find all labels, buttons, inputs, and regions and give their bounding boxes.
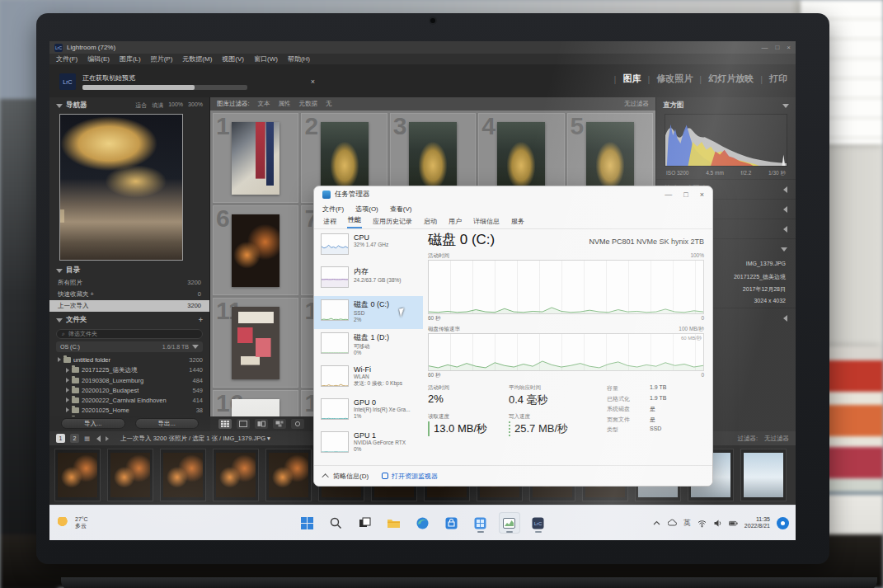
expand-triangle-icon[interactable] xyxy=(66,388,69,393)
module-tab[interactable]: 修改照片 xyxy=(656,73,693,85)
battery-icon[interactable] xyxy=(729,519,738,528)
add-folder-button[interactable]: + xyxy=(199,316,203,324)
photo-thumbnail[interactable] xyxy=(497,122,545,195)
progress-close-icon[interactable]: × xyxy=(311,78,315,86)
maximize-button[interactable]: □ xyxy=(775,44,779,51)
grid-view-button[interactable] xyxy=(218,419,232,429)
metadata-value[interactable]: 2017年12月28日 xyxy=(743,285,786,294)
tray-chevron-icon[interactable] xyxy=(652,519,661,528)
filter-option[interactable]: 元数据 xyxy=(299,100,318,108)
catalog-row[interactable]: 快速收藏夹 + 0 xyxy=(49,289,209,300)
zoom-option[interactable]: 100% xyxy=(168,101,183,110)
metadata-value[interactable]: IMG_1379.JPG xyxy=(746,261,786,269)
minimize-button[interactable]: — xyxy=(665,191,672,199)
task-manager-taskbar-button[interactable] xyxy=(499,512,520,534)
tab[interactable]: 应用历史记录 xyxy=(372,215,413,228)
filmstrip-filter-preset[interactable]: 无过滤器 xyxy=(764,435,789,443)
filter-option[interactable]: 属性 xyxy=(279,100,291,108)
filmstrip-thumbnail[interactable] xyxy=(54,449,101,501)
catalog-row[interactable]: 上一次导入 3200 xyxy=(49,300,209,312)
sidebar-device-item[interactable]: 磁盘 1 (D:) 可移动 0% xyxy=(314,329,423,362)
menu-item[interactable]: 窗口(W) xyxy=(254,54,278,64)
sidebar-device-item[interactable]: GPU 0 Intel(R) Iris(R) Xe Gra... 1% xyxy=(314,395,423,428)
minimize-button[interactable]: — xyxy=(761,44,768,51)
forward-arrow-icon[interactable] xyxy=(106,436,109,441)
tab[interactable]: 启动 xyxy=(423,215,438,228)
filmstrip-status[interactable]: 上一次导入 3200 张照片 / 选定 1 张 / IMG_1379.JPG ▾ xyxy=(120,435,270,443)
folder-row[interactable]: 20200120_Budapest 549 xyxy=(49,385,209,395)
navigator-header[interactable]: 导航器 适合填满100%300% xyxy=(49,97,209,112)
survey-view-button[interactable] xyxy=(273,419,286,429)
start-button[interactable] xyxy=(297,512,318,534)
filmstrip-thumbnail[interactable] xyxy=(265,449,312,501)
menu-item[interactable]: 元数据(M) xyxy=(182,54,212,64)
zoom-option[interactable]: 300% xyxy=(188,101,203,110)
primary-monitor-button[interactable]: 1 xyxy=(56,434,65,443)
close-button[interactable]: × xyxy=(700,191,704,199)
photo-thumbnail[interactable] xyxy=(232,214,279,287)
photo-thumbnail[interactable] xyxy=(232,307,279,379)
sidebar-device-item[interactable]: Wi-Fi WLAN 发送: 0 接收: 0 Kbps xyxy=(314,362,423,395)
photo-thumbnail[interactable] xyxy=(232,399,279,416)
photo-thumbnail[interactable] xyxy=(586,122,634,195)
edge-browser-button[interactable] xyxy=(412,512,434,534)
photo-thumbnail[interactable] xyxy=(232,122,279,195)
histogram-header[interactable]: 直方图 xyxy=(656,97,796,112)
taskbar-clock[interactable]: 11:35 2022/8/21 xyxy=(744,516,770,530)
catalog-row[interactable]: 所有照片 3200 xyxy=(49,277,209,289)
tab[interactable]: 服务 xyxy=(510,215,525,228)
back-arrow-icon[interactable] xyxy=(96,435,101,442)
menu-item[interactable]: 视图(V) xyxy=(222,54,244,64)
module-tab[interactable]: 图库 xyxy=(622,73,641,85)
folder-row[interactable]: 20190308_Luxemburg 484 xyxy=(49,375,209,385)
filmstrip-thumbnail[interactable] xyxy=(160,449,206,501)
metadata-value[interactable]: 20171225_德美边境 xyxy=(734,273,786,281)
volume-icon[interactable] xyxy=(713,519,722,528)
photo-thumbnail[interactable] xyxy=(409,122,457,195)
metadata-value[interactable]: 3024 x 4032 xyxy=(754,298,786,306)
compare-view-button[interactable] xyxy=(255,419,268,429)
menu-item[interactable]: 文件(F) xyxy=(322,205,344,214)
filmstrip-thumbnail[interactable] xyxy=(213,449,259,501)
expand-triangle-icon[interactable] xyxy=(58,357,61,362)
expand-triangle-icon[interactable] xyxy=(66,378,69,383)
secondary-monitor-button[interactable]: 2 xyxy=(70,434,79,443)
module-tab[interactable]: 打印 xyxy=(769,73,787,85)
filter-preset[interactable]: 无过滤器 xyxy=(624,100,649,108)
expand-triangle-icon[interactable] xyxy=(66,407,69,412)
module-tab[interactable]: 幻灯片放映 xyxy=(708,73,754,85)
weather-widget[interactable]: 27°C 多云 xyxy=(49,516,96,529)
menu-item[interactable]: 查看(V) xyxy=(390,205,412,214)
sidebar-device-item[interactable]: 磁盘 0 (C:) SSD 2% xyxy=(314,296,423,329)
filter-option[interactable]: 无 xyxy=(326,100,332,108)
sidebar-device-item[interactable]: 内存 24.2/63.7 GB (38%) xyxy=(314,263,423,296)
maximize-button[interactable]: □ xyxy=(683,191,688,199)
sidebar-device-item[interactable]: CPU 32% 1.47 GHz xyxy=(314,230,423,263)
loupe-view-button[interactable] xyxy=(237,419,250,429)
grid-shortcut-icon[interactable]: ▦ xyxy=(84,435,90,442)
tab[interactable]: 进程 xyxy=(322,215,337,228)
lightroom-taskbar-button[interactable]: LrC xyxy=(528,512,549,534)
navigator-preview[interactable] xyxy=(59,114,183,261)
photo-thumbnail[interactable] xyxy=(321,122,369,195)
menu-item[interactable]: 选项(O) xyxy=(355,205,378,214)
catalog-header[interactable]: 目录 xyxy=(49,262,209,277)
expand-triangle-icon[interactable] xyxy=(66,368,69,373)
search-button[interactable] xyxy=(326,512,347,534)
task-view-button[interactable] xyxy=(355,512,376,534)
grid-cell[interactable]: 16 xyxy=(213,390,298,416)
export-button[interactable]: 导出... xyxy=(135,418,200,429)
grid-cell[interactable]: 6 xyxy=(213,205,298,295)
fewer-details-button[interactable]: 简略信息(D) xyxy=(324,472,369,481)
menu-item[interactable]: 图库(L) xyxy=(120,54,141,64)
filmstrip-thumbnail[interactable] xyxy=(107,449,153,501)
filter-option[interactable]: 文本 xyxy=(258,100,270,108)
volume-row[interactable]: OS (C:) 1.6/1.8 TB xyxy=(56,341,203,352)
grid-cell[interactable]: 1 xyxy=(213,113,298,203)
tab[interactable]: 性能 xyxy=(347,214,362,228)
folder-row[interactable]: 20171225_德美边境 1440 xyxy=(49,365,209,375)
close-button[interactable]: × xyxy=(787,44,791,51)
tab[interactable]: 详细信息 xyxy=(472,215,500,228)
store-button[interactable] xyxy=(441,512,463,534)
folder-row[interactable]: 20201025_Home 38 xyxy=(49,405,209,415)
